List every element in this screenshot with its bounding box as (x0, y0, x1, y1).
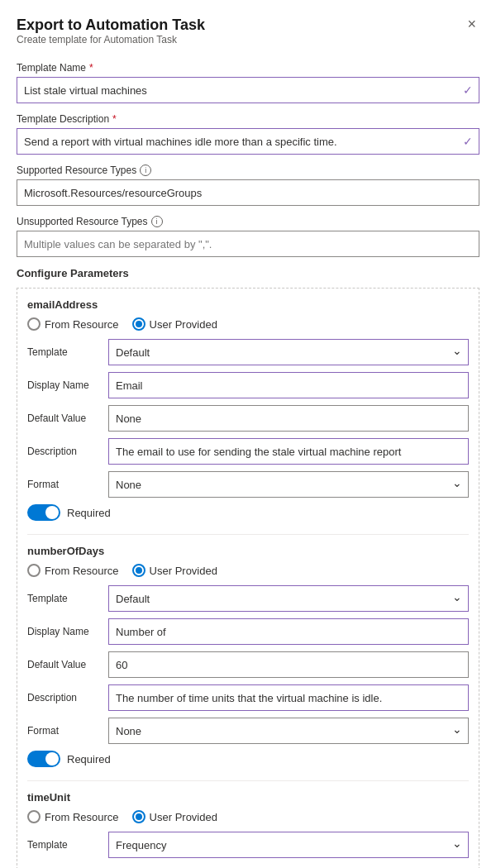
configure-parameters-title: Configure Parameters (17, 267, 479, 279)
param-email-template-select[interactable]: Default (108, 339, 469, 365)
radio-user-provided-email-label: User Provided (150, 318, 217, 331)
param-email-template-label: Template (27, 346, 102, 358)
param-number-default-value-label: Default Value (27, 659, 102, 670)
configure-parameters-section: emailAddress From Resource User Provided… (17, 288, 479, 868)
template-name-input[interactable] (17, 77, 479, 103)
param-timeunit-template-select-wrapper: Frequency (108, 832, 469, 858)
param-number-radio-user-provided[interactable]: User Provided (132, 564, 217, 577)
radio-from-resource-email[interactable] (27, 317, 41, 331)
param-number-default-value-input[interactable] (108, 651, 469, 678)
param-email-required-toggle[interactable] (27, 504, 60, 521)
export-modal: Export to Automation Task Create templat… (0, 0, 496, 868)
param-timeunit-template-select[interactable]: Frequency (108, 832, 469, 858)
param-email-radio-user-provided[interactable]: User Provided (132, 317, 217, 331)
radio-user-provided-number[interactable] (132, 564, 145, 577)
param-email-display-name-input[interactable] (108, 372, 469, 398)
radio-from-resource-timeunit[interactable] (27, 810, 41, 823)
template-description-group: Template Description * ✓ (17, 113, 479, 155)
modal-title-block: Export to Automation Task Create templat… (17, 17, 205, 59)
radio-from-resource-timeunit-label: From Resource (45, 811, 119, 823)
close-button[interactable]: × (464, 17, 479, 31)
template-description-check-icon: ✓ (463, 135, 473, 148)
param-email-format-row: Format None (27, 471, 469, 498)
param-number-display-name-input[interactable] (108, 618, 469, 645)
param-email-default-value-row: Default Value (27, 405, 469, 432)
param-number-description-row: Description (27, 684, 469, 711)
required-star-desc: * (112, 113, 117, 125)
unsupported-resource-types-label: Unsupported Resource Types i (17, 216, 479, 227)
template-name-group: Template Name * ✓ (17, 62, 479, 103)
radio-user-provided-timeunit-label: User Provided (150, 811, 217, 823)
supported-resource-types-label: Supported Resource Types i (17, 165, 479, 176)
param-email-description-input[interactable] (108, 438, 469, 465)
param-number-description-input[interactable] (108, 684, 469, 711)
param-timeunit-radio-user-provided[interactable]: User Provided (132, 810, 217, 823)
modal-title: Export to Automation Task (17, 17, 205, 34)
param-number-radio-group: From Resource User Provided (27, 564, 469, 577)
param-number-required-toggle[interactable] (27, 751, 60, 767)
param-timeunit-template-row: Template Frequency (27, 832, 469, 858)
param-number-format-row: Format None (27, 718, 469, 744)
radio-user-provided-number-label: User Provided (150, 565, 217, 577)
param-email-radio-group: From Resource User Provided (27, 317, 469, 331)
param-number-display-name-row: Display Name (27, 618, 469, 645)
unsupported-resource-info-icon[interactable]: i (151, 216, 163, 227)
param-number-template-label: Template (27, 593, 102, 604)
param-number-format-label: Format (27, 725, 102, 737)
param-number-required-label: Required (67, 753, 111, 765)
param-number-format-select[interactable]: None (108, 718, 469, 744)
param-number-default-value-row: Default Value (27, 651, 469, 678)
radio-from-resource-number-label: From Resource (45, 565, 119, 577)
radio-user-provided-email[interactable] (132, 317, 145, 331)
param-group-number: numberOfDays From Resource User Provided… (27, 545, 469, 767)
param-number-required-row: Required (27, 751, 469, 767)
template-description-input-wrapper: ✓ (17, 128, 479, 155)
param-number-description-label: Description (27, 692, 102, 703)
param-email-required-label: Required (67, 507, 111, 519)
param-timeunit-title: timeUnit (27, 791, 469, 804)
supported-resource-types-input[interactable] (17, 179, 479, 206)
param-email-template-select-wrapper: Default (108, 339, 469, 365)
param-number-display-name-label: Display Name (27, 626, 102, 637)
modal-subtitle: Create template for Automation Task (17, 34, 205, 45)
supported-resource-types-group: Supported Resource Types i (17, 165, 479, 206)
template-description-label: Template Description * (17, 113, 479, 125)
param-divider-1 (27, 534, 469, 535)
radio-user-provided-timeunit[interactable] (132, 810, 145, 823)
param-number-template-row: Template Default (27, 585, 469, 612)
param-timeunit-radio-group: From Resource User Provided (27, 810, 469, 823)
param-number-template-select[interactable]: Default (108, 585, 469, 612)
param-email-default-value-label: Default Value (27, 413, 102, 424)
param-email-radio-from-resource[interactable]: From Resource (27, 317, 119, 331)
supported-resource-info-icon[interactable]: i (140, 165, 151, 176)
param-email-format-label: Format (27, 479, 102, 490)
required-star: * (89, 62, 93, 74)
param-number-title: numberOfDays (27, 545, 469, 557)
radio-from-resource-number[interactable] (27, 564, 41, 577)
modal-header: Export to Automation Task Create templat… (17, 17, 479, 59)
param-email-format-select-wrapper: None (108, 471, 469, 498)
template-name-input-wrapper: ✓ (17, 77, 479, 103)
param-email-template-row: Template Default (27, 339, 469, 365)
param-email-description-row: Description (27, 438, 469, 465)
param-number-radio-from-resource[interactable]: From Resource (27, 564, 119, 577)
param-email-format-select[interactable]: None (108, 471, 469, 498)
template-name-label: Template Name * (17, 62, 479, 74)
template-description-input[interactable] (17, 128, 479, 155)
param-email-default-value-input[interactable] (108, 405, 469, 432)
radio-from-resource-email-label: From Resource (45, 318, 119, 331)
param-number-template-select-wrapper: Default (108, 585, 469, 612)
unsupported-resource-types-group: Unsupported Resource Types i (17, 216, 479, 257)
param-timeunit-radio-from-resource[interactable]: From Resource (27, 810, 119, 823)
param-email-display-name-row: Display Name (27, 372, 469, 398)
param-email-description-label: Description (27, 446, 102, 457)
param-timeunit-template-label: Template (27, 839, 102, 851)
param-email-display-name-label: Display Name (27, 379, 102, 391)
param-group-timeunit: timeUnit From Resource User Provided Tem… (27, 791, 469, 858)
unsupported-resource-types-input[interactable] (17, 231, 479, 257)
param-group-email: emailAddress From Resource User Provided… (27, 298, 469, 521)
template-name-check-icon: ✓ (463, 83, 473, 97)
param-number-format-select-wrapper: None (108, 718, 469, 744)
param-email-required-row: Required (27, 504, 469, 521)
param-email-title: emailAddress (27, 298, 469, 311)
